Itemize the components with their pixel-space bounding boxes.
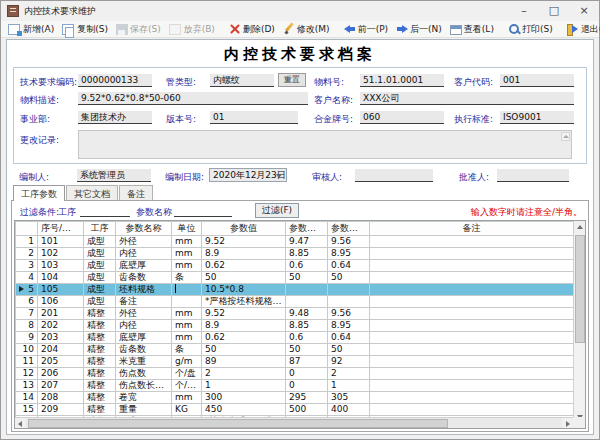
- table-row[interactable]: 12206精整伤点数个/盘202: [16, 368, 574, 380]
- cell-proc[interactable]: 成型: [84, 260, 116, 272]
- toolbar-button-print-magnifier[interactable]: 打印(S): [505, 22, 556, 37]
- cell-lower[interactable]: 9.47: [286, 236, 328, 248]
- tab-other-docs[interactable]: 其它文档: [66, 185, 118, 201]
- cell-upper[interactable]: 9.56: [328, 236, 370, 248]
- row-selector-cell[interactable]: 11: [16, 356, 38, 368]
- cell-seq[interactable]: 207: [38, 380, 84, 392]
- row-selector-cell[interactable]: 2: [16, 248, 38, 260]
- cell-lower[interactable]: 295: [286, 392, 328, 404]
- cell-seq[interactable]: 103: [38, 260, 84, 272]
- cell-name[interactable]: 坯料规格: [116, 284, 172, 296]
- table-row[interactable]: 4104成型齿条数条505050: [16, 272, 574, 284]
- table-row[interactable]: 11205精整米克重g/m898792: [16, 356, 574, 368]
- cell-unit[interactable]: g/m: [172, 356, 202, 368]
- cell-lower[interactable]: 0: [286, 380, 328, 392]
- material-no-field[interactable]: 51.1.01.0001: [360, 74, 444, 87]
- change-record-field[interactable]: [78, 130, 572, 159]
- cell-unit[interactable]: mm: [172, 320, 202, 332]
- cell-name[interactable]: 齿条数: [116, 272, 172, 284]
- cell-upper[interactable]: 50: [328, 272, 370, 284]
- tab-remarks[interactable]: 备注: [119, 185, 153, 201]
- horizontal-scrollbar-thumb[interactable]: [28, 419, 448, 428]
- table-row[interactable]: 13207精整伤点数长度控制个/10...101: [16, 380, 574, 392]
- cell-value[interactable]: 0.62: [202, 332, 286, 344]
- cell-lower[interactable]: 50: [286, 272, 328, 284]
- cell-remark[interactable]: [370, 260, 574, 272]
- toolbar-button-doc-copy[interactable]: 复制(S): [59, 22, 111, 37]
- cell-seq[interactable]: 101: [38, 236, 84, 248]
- column-header-remark[interactable]: 备注: [370, 222, 574, 236]
- cell-unit[interactable]: mm: [172, 236, 202, 248]
- cell-upper[interactable]: 1: [328, 380, 370, 392]
- row-selector-cell[interactable]: 9: [16, 332, 38, 344]
- tech-code-field[interactable]: 0000000133: [78, 74, 152, 87]
- cell-lower[interactable]: 0.6: [286, 260, 328, 272]
- cell-unit[interactable]: [172, 296, 202, 308]
- row-selector-cell[interactable]: 1: [16, 236, 38, 248]
- cell-value[interactable]: 9.52: [202, 236, 286, 248]
- cell-upper[interactable]: [328, 296, 370, 308]
- cell-proc[interactable]: 精整: [84, 392, 116, 404]
- toolbar-button-exit-door[interactable]: 退出(X): [564, 22, 600, 37]
- cell-remark[interactable]: [370, 392, 574, 404]
- cell-name[interactable]: 底壁厚: [116, 260, 172, 272]
- table-row[interactable]: 5105成型坯料规格10.5*0.8: [16, 284, 574, 296]
- cell-name[interactable]: 底壁厚: [116, 332, 172, 344]
- cell-upper[interactable]: 2: [328, 368, 370, 380]
- standard-field[interactable]: ISO9001: [500, 111, 574, 124]
- column-header-num[interactable]: [16, 222, 38, 236]
- cell-unit[interactable]: mm: [172, 260, 202, 272]
- cell-unit[interactable]: 个/盘: [172, 368, 202, 380]
- cell-upper[interactable]: 8.95: [328, 320, 370, 332]
- auditor-field[interactable]: [355, 169, 433, 182]
- row-selector-cell[interactable]: 7: [16, 308, 38, 320]
- cell-value[interactable]: 2: [202, 368, 286, 380]
- cell-upper[interactable]: 305: [328, 392, 370, 404]
- cell-seq[interactable]: 208: [38, 392, 84, 404]
- cell-remark[interactable]: [370, 332, 574, 344]
- cell-unit[interactable]: mm: [172, 392, 202, 404]
- cell-unit[interactable]: mm: [172, 308, 202, 320]
- material-desc-field[interactable]: 9.52*0.62*0.8*50-060: [78, 92, 308, 105]
- cell-value[interactable]: 50: [202, 272, 286, 284]
- scroll-up-arrow-icon[interactable]: [574, 221, 586, 233]
- cell-seq[interactable]: 205: [38, 356, 84, 368]
- cell-remark[interactable]: [370, 368, 574, 380]
- cell-lower[interactable]: 500: [286, 404, 328, 416]
- cell-unit[interactable]: [172, 284, 202, 296]
- cell-proc[interactable]: 成型: [84, 272, 116, 284]
- row-selector-cell[interactable]: 5: [16, 284, 38, 296]
- cell-proc[interactable]: 成型: [84, 284, 116, 296]
- cell-remark[interactable]: [370, 344, 574, 356]
- division-field[interactable]: 集团技术办: [78, 111, 152, 124]
- table-row[interactable]: 10204精整齿条数条505050: [16, 344, 574, 356]
- cell-value[interactable]: 450: [202, 404, 286, 416]
- cell-proc[interactable]: 精整: [84, 356, 116, 368]
- cell-unit[interactable]: 条: [172, 272, 202, 284]
- cell-lower[interactable]: 9.48: [286, 308, 328, 320]
- column-header-name[interactable]: 参数名称: [116, 222, 172, 236]
- cell-name[interactable]: 齿条数: [116, 344, 172, 356]
- cell-value[interactable]: 0.62: [202, 260, 286, 272]
- cell-upper[interactable]: 8.95: [328, 248, 370, 260]
- toolbar-button-delete-x[interactable]: 删除(D): [226, 22, 278, 37]
- cell-proc[interactable]: 精整: [84, 320, 116, 332]
- close-button[interactable]: ×: [569, 1, 599, 21]
- cell-value[interactable]: 8.9: [202, 248, 286, 260]
- cell-proc[interactable]: 成型: [84, 248, 116, 260]
- scroll-up-icon[interactable]: [561, 132, 570, 141]
- cell-proc[interactable]: 精整: [84, 308, 116, 320]
- cell-seq[interactable]: 204: [38, 344, 84, 356]
- cell-seq[interactable]: 202: [38, 320, 84, 332]
- cell-name[interactable]: 重量: [116, 404, 172, 416]
- toolbar-button-edit-pencil[interactable]: 修改(M): [280, 22, 333, 37]
- table-row[interactable]: 14208精整卷宽mm300295305: [16, 392, 574, 404]
- customer-name-field[interactable]: XXX公司: [360, 92, 574, 105]
- cell-upper[interactable]: 50: [328, 344, 370, 356]
- cell-lower[interactable]: 87: [286, 356, 328, 368]
- table-row[interactable]: 3103成型底壁厚mm0.620.60.64: [16, 260, 574, 272]
- cell-value[interactable]: 50: [202, 344, 286, 356]
- cell-name[interactable]: 外径: [116, 236, 172, 248]
- cell-remark[interactable]: [370, 272, 574, 284]
- row-selector-cell[interactable]: 10: [16, 344, 38, 356]
